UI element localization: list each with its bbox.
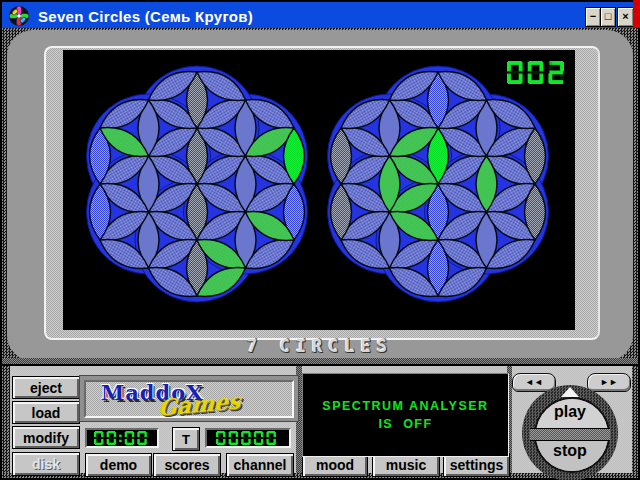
game-screen[interactable] bbox=[63, 50, 575, 330]
minimize-icon[interactable]: − bbox=[585, 7, 601, 27]
scores-button[interactable]: scores bbox=[153, 453, 221, 477]
play-button[interactable]: play bbox=[534, 403, 606, 421]
maximize-icon[interactable]: □ bbox=[600, 7, 616, 27]
channel-button[interactable]: channel bbox=[226, 453, 294, 477]
t-button[interactable]: T bbox=[172, 427, 200, 451]
close-icon[interactable]: × bbox=[617, 7, 634, 27]
score-lcd bbox=[205, 428, 291, 448]
move-counter-display bbox=[507, 61, 570, 84]
panel-edge-left bbox=[2, 366, 10, 478]
modify-button[interactable]: modify bbox=[12, 426, 80, 449]
eject-button[interactable]: eject bbox=[12, 376, 80, 399]
app-icon bbox=[8, 5, 30, 27]
spectrum-line1: SPECTRUM ANALYSER bbox=[322, 399, 488, 413]
stop-button[interactable]: stop bbox=[534, 442, 606, 460]
desktop-corner bbox=[633, 0, 640, 28]
game-window: Seven Circles (Семь Кругов) − □ × 7 CIRC… bbox=[0, 0, 640, 480]
panel-edge-right bbox=[632, 366, 638, 478]
spectrum-analyser-display: SPECTRUM ANALYSER IS OFF bbox=[302, 373, 509, 457]
disk-button[interactable]: disk bbox=[12, 452, 80, 476]
spectrum-line2: IS OFF bbox=[378, 417, 432, 431]
window-title: Seven Circles (Семь Кругов) bbox=[38, 8, 253, 25]
load-button[interactable]: load bbox=[12, 401, 80, 424]
timer-lcd bbox=[85, 428, 159, 448]
dial-pointer-icon bbox=[561, 387, 579, 397]
title-bar: Seven Circles (Семь Кругов) − □ × bbox=[2, 2, 633, 29]
fast-forward-icon[interactable]: ►► bbox=[587, 373, 631, 392]
screen-caption: 7 CIRCLES bbox=[70, 336, 570, 356]
dial-band bbox=[530, 428, 610, 441]
demo-button[interactable]: demo bbox=[85, 453, 152, 477]
flower-patterns-svg bbox=[63, 50, 575, 330]
